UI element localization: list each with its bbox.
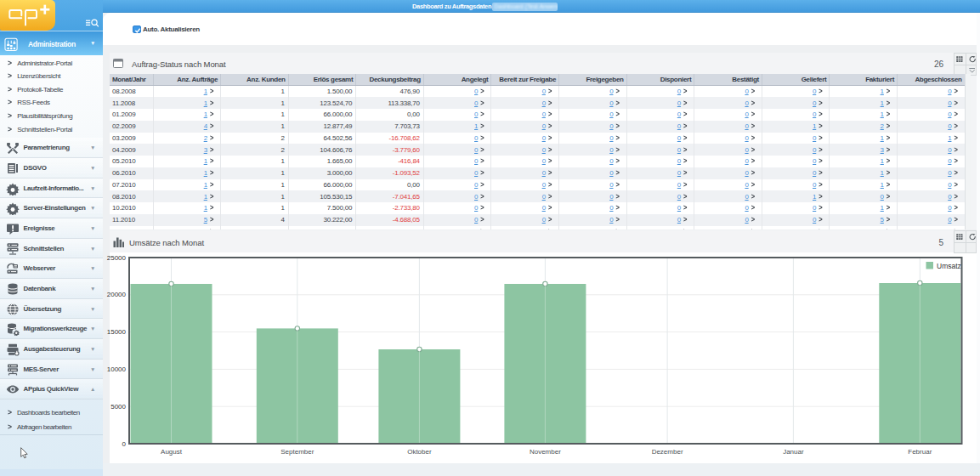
- svg-text:Dezember: Dezember: [652, 448, 683, 456]
- svg-text:10000: 10000: [107, 366, 127, 373]
- svg-text:20000: 20000: [107, 291, 127, 298]
- svg-text:Januar: Januar: [783, 448, 804, 456]
- svg-text:Umsatz: Umsatz: [937, 262, 961, 270]
- svg-text:Oktober: Oktober: [407, 448, 432, 456]
- svg-text:15000: 15000: [107, 328, 127, 336]
- svg-text:0: 0: [122, 440, 127, 448]
- svg-text:November: November: [530, 448, 561, 456]
- svg-text:25000: 25000: [107, 254, 127, 262]
- svg-text:5000: 5000: [110, 403, 126, 411]
- svg-text:August: August: [161, 448, 183, 456]
- svg-text:Februar: Februar: [908, 448, 932, 456]
- svg-text:September: September: [280, 448, 314, 456]
